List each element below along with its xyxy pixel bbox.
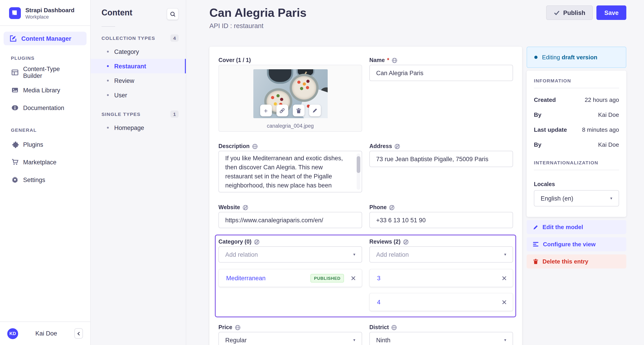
subnav-item-label: User [114,92,127,98]
category-field: Category (0) Add relation ▾ Mediterranea… [218,238,362,311]
remove-relation-icon[interactable]: ✕ [350,275,356,281]
information-card: INFORMATION Created 22 hours ago By Kai … [526,71,626,217]
relation-link[interactable]: 4 [377,299,502,305]
sidebar-item-settings[interactable]: Settings [0,174,90,186]
price-select[interactable]: Regular ▾ [218,332,362,345]
info-row-created-by: By Kai Doe [534,111,619,118]
review-relation-item: 3 ✕ [369,269,513,287]
collection-types-count: 4 [170,34,178,42]
sidebar-item-label: Content Manager [21,35,72,42]
sidebar-item-content-type-builder[interactable]: Content-Type Builder [0,66,90,78]
relation-link[interactable]: 3 [377,275,502,281]
edit-media-button[interactable] [309,105,321,116]
subnav-item-category[interactable]: Category [91,44,186,59]
description-label: Description [218,143,250,149]
single-types-count: 1 [170,110,178,118]
cover-filename: canalegria_004.jpeg [219,123,362,129]
delete-entry-button[interactable]: Delete this entry [526,255,626,269]
reviews-add-relation-select[interactable]: Add relation ▾ [369,246,513,263]
district-field: District Ninth ▾ [369,324,513,345]
phone-field: Phone +33 6 13 10 51 90 [369,204,513,228]
pencil-icon [312,108,318,113]
sidebar-item-documentation[interactable]: Documentation [0,102,90,114]
copy-link-button[interactable] [276,105,288,116]
address-input[interactable]: 73 rue Jean Baptiste Pigalle, 75009 Pari… [369,151,513,167]
publish-button[interactable]: Publish [546,5,593,20]
sidebar-item-marketplace[interactable]: Marketplace [0,156,90,168]
sidebar-item-content-manager[interactable]: Content Manager [4,32,86,45]
website-input[interactable]: https://www.canalegriaparis.com/en/ [218,212,362,228]
subnav-item-label: Restaurant [114,63,146,69]
documentation-icon [11,104,18,112]
user-name: Kai Doe [22,330,71,337]
delete-media-button[interactable] [292,105,304,116]
api-id-subtitle: API ID : restaurant [210,22,306,29]
sidebar-collapse-button[interactable] [74,328,83,339]
strapi-logo-icon [9,7,21,19]
media-library-icon [11,86,18,94]
reviews-field: Reviews (2) Add relation ▾ 3 ✕ [369,238,513,311]
entry-form-card: Cover (1 / 1) [210,47,522,345]
remove-relation-icon[interactable]: ✕ [502,299,507,305]
remove-relation-icon[interactable]: ✕ [502,275,507,281]
entry-side-panel: Editing draft version INFORMATION Create… [526,47,626,269]
subnav-item-user[interactable]: User [91,88,186,102]
description-textarea[interactable]: If you like Mediterranean and exotic dis… [218,151,362,192]
reviews-label: Reviews (2) [369,239,401,245]
phone-input[interactable]: +33 6 13 10 51 90 [369,212,513,228]
subnav-divider [102,26,115,27]
sidebar-item-label: Settings [23,176,45,183]
relations-highlight-section: Category (0) Add relation ▾ Mediterranea… [215,235,516,317]
scrollbar[interactable] [357,153,360,190]
info-row-updated-by: By Kai Doe [534,141,619,148]
price-field: Price Regular ▾ [218,324,362,345]
chevron-down-icon: ▾ [353,338,355,342]
subnav-item-label: Category [114,48,139,55]
subnav-item-homepage[interactable]: Homepage [91,120,186,135]
globe-icon [234,325,240,330]
address-label: Address [369,143,392,149]
avatar[interactable]: KD [7,328,18,339]
internationalization-header: INTERNATIONALIZATION [534,160,619,165]
website-label: Website [218,204,240,211]
globe-icon [392,57,398,63]
content-subnav: Content COLLECTION TYPES 4 Category Rest… [91,0,186,345]
sidebar-item-media-library[interactable]: Media Library [0,84,90,96]
globe-icon [252,143,258,149]
description-field: Description If you like Mediterranean an… [218,143,362,192]
category-add-relation-select[interactable]: Add relation ▾ [218,246,362,263]
name-label: Name [369,57,385,63]
search-button[interactable] [167,8,178,20]
workspace-brand[interactable]: Strapi Dashboard Workplace [0,0,90,26]
globe-icon [391,325,397,330]
sidebar-item-plugins[interactable]: Plugins [0,139,90,150]
chevron-down-icon: ▾ [610,196,612,201]
globe-strike-icon [403,239,409,245]
bullet-icon [107,51,109,52]
district-select[interactable]: Ninth ▾ [369,332,513,345]
cover-label: Cover (1 / 1) [218,57,251,63]
relation-link[interactable]: Mediterranean [226,275,310,281]
chevron-down-icon: ▾ [504,338,506,342]
main-sidebar: Strapi Dashboard Workplace Content Manag… [0,0,91,345]
website-field: Website https://www.canalegriaparis.com/… [218,204,362,228]
brand-name: Strapi Dashboard [26,7,74,13]
name-input[interactable]: Can Alegria Paris [369,65,513,81]
info-row-created: Created 22 hours ago [534,96,619,103]
save-button[interactable]: Save [597,5,626,20]
settings-icon [11,176,18,184]
subnav-item-review[interactable]: Review [91,73,186,88]
link-icon [279,107,285,113]
subnav-item-restaurant[interactable]: Restaurant [91,59,186,73]
sidebar-item-label: Media Library [23,87,60,93]
bullet-icon [107,80,109,81]
locale-select[interactable]: English (en) ▾ [534,190,619,206]
edit-model-button[interactable]: Edit the model [526,220,626,234]
globe-strike-icon [394,143,400,149]
info-row-last-update: Last update 8 minutes ago [534,126,619,133]
cover-field: Cover (1 / 1) [218,57,362,132]
configure-view-button[interactable]: Configure the view [526,237,626,251]
information-header: INFORMATION [534,78,619,83]
nav-section-general: GENERAL [0,127,90,133]
add-media-button[interactable]: + [260,105,272,116]
